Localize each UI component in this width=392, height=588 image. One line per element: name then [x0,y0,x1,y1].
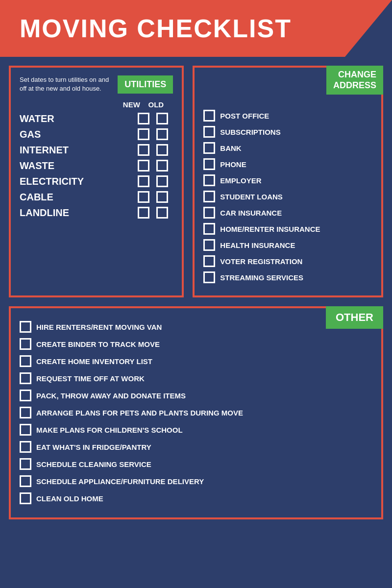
utility-row: LANDLINE [20,207,173,219]
page-title: MOVING CHECKLIST [20,14,372,43]
other-item: SCHEDULE APPLIANCE/FURNITURE DELIVERY [20,475,372,487]
address-item: EMPLOYER [203,174,372,186]
utility-label: GAS [20,129,138,140]
col-old-header: OLD [144,100,168,109]
other-rows: HIRE RENTERS/RENT MOVING VAN CREATE BIND… [20,321,372,504]
other-item-label: CLEAN OLD HOME [36,494,103,503]
address-checkbox[interactable] [203,223,215,235]
utilities-description: Set dates to turn utilities on and off a… [20,75,113,93]
address-item-label: STREAMING SERVICES [220,273,303,282]
address-checkbox[interactable] [203,126,215,138]
utilities-section: Set dates to turn utilities on and off a… [9,66,184,297]
address-item-label: BANK [220,144,241,152]
other-item-label: PACK, THROW AWAY AND DONATE ITEMS [36,392,186,400]
other-checkbox[interactable] [20,321,31,333]
checkbox-old[interactable] [156,207,168,219]
utility-rows: WATER GAS INTERNET WASTE ELECTRICITY CAB… [20,113,173,219]
other-item: EAT WHAT'S IN FRIDGE/PANTRY [20,441,372,453]
address-item: VOTER REGISTRATION [203,255,372,267]
other-checkbox[interactable] [20,492,31,504]
main-content: Set dates to turn utilities on and off a… [0,66,392,528]
utility-label: ELECTRICITY [20,176,138,187]
utilities-header: Set dates to turn utilities on and off a… [20,75,173,94]
utility-label: CABLE [20,192,138,203]
checkbox-pair [138,207,173,219]
checkbox-pair [138,175,173,187]
other-item-label: SCHEDULE APPLIANCE/FURNITURE DELIVERY [36,477,204,486]
address-checkbox[interactable] [203,142,215,154]
other-checkbox[interactable] [20,355,31,367]
other-item: MAKE PLANS FOR CHILDREN'S SCHOOL [20,424,372,436]
checkbox-new[interactable] [138,113,149,124]
address-checkbox[interactable] [203,271,215,283]
other-item: HIRE RENTERS/RENT MOVING VAN [20,321,372,333]
utilities-label: UTILITIES [118,75,173,94]
address-item-label: EMPLOYER [220,176,261,185]
checkbox-new[interactable] [138,191,149,203]
address-checkbox[interactable] [203,191,215,202]
other-checkbox[interactable] [20,372,31,384]
other-checkbox[interactable] [20,390,31,401]
checkbox-new[interactable] [138,207,149,219]
other-item-label: REQUEST TIME OFF AT WORK [36,374,145,383]
checkbox-new[interactable] [138,175,149,187]
utility-row: WASTE [20,160,173,172]
utility-row: GAS [20,128,173,140]
other-item-label: MAKE PLANS FOR CHILDREN'S SCHOOL [36,426,183,434]
change-address-section: CHANGEADDRESS POST OFFICE SUBSCRIPTIONS … [193,66,383,297]
address-item: HEALTH INSURANCE [203,239,372,251]
other-item-label: EAT WHAT'S IN FRIDGE/PANTRY [36,443,151,451]
other-checkbox[interactable] [20,338,31,350]
address-item-label: CAR INSURANCE [220,209,282,217]
address-item-label: STUDENT LOANS [220,193,283,201]
address-item: HOME/RENTER INSURANCE [203,223,372,235]
checkbox-new[interactable] [138,144,149,156]
other-item: CREATE HOME INVENTORY LIST [20,355,372,367]
checkbox-old[interactable] [156,160,168,172]
utility-label: LANDLINE [20,207,138,219]
checkbox-pair [138,113,173,124]
other-checkbox[interactable] [20,441,31,453]
address-rows: POST OFFICE SUBSCRIPTIONS BANK PHONE EMP… [203,110,372,283]
other-item: CREATE BINDER TO TRACK MOVE [20,338,372,350]
checkbox-old[interactable] [156,175,168,187]
other-label: OTHER [326,306,383,329]
address-item-label: HOME/RENTER INSURANCE [220,225,320,233]
checkbox-new[interactable] [138,160,149,172]
address-checkbox[interactable] [203,255,215,267]
utility-label: INTERNET [20,145,138,156]
address-checkbox[interactable] [203,239,215,251]
address-item: SUBSCRIPTIONS [203,126,372,138]
other-item: PACK, THROW AWAY AND DONATE ITEMS [20,390,372,401]
other-checkbox[interactable] [20,424,31,436]
address-checkbox[interactable] [203,158,215,170]
address-item: CAR INSURANCE [203,207,372,219]
other-section: OTHER HIRE RENTERS/RENT MOVING VAN CREAT… [9,306,383,519]
utility-row: INTERNET [20,144,173,156]
address-item: POST OFFICE [203,110,372,122]
checkbox-old[interactable] [156,113,168,124]
checkbox-pair [138,160,173,172]
other-checkbox[interactable] [20,458,31,470]
address-checkbox[interactable] [203,110,215,122]
utility-row: CABLE [20,191,173,203]
address-checkbox[interactable] [203,174,215,186]
checkbox-old[interactable] [156,144,168,156]
checkbox-new[interactable] [138,128,149,140]
checkbox-old[interactable] [156,191,168,203]
address-item: BANK [203,142,372,154]
address-item: STUDENT LOANS [203,191,372,202]
utility-row: WATER [20,113,173,124]
checkbox-pair [138,191,173,203]
address-checkbox[interactable] [203,207,215,219]
address-item-label: SUBSCRIPTIONS [220,128,280,136]
address-item: STREAMING SERVICES [203,271,372,283]
utility-label: WASTE [20,160,138,172]
other-checkbox[interactable] [20,407,31,418]
other-item-label: CREATE BINDER TO TRACK MOVE [36,340,160,348]
other-item-label: SCHEDULE CLEANING SERVICE [36,460,151,468]
checkbox-old[interactable] [156,128,168,140]
checkbox-pair [138,144,173,156]
utility-label: WATER [20,113,138,124]
other-checkbox[interactable] [20,475,31,487]
